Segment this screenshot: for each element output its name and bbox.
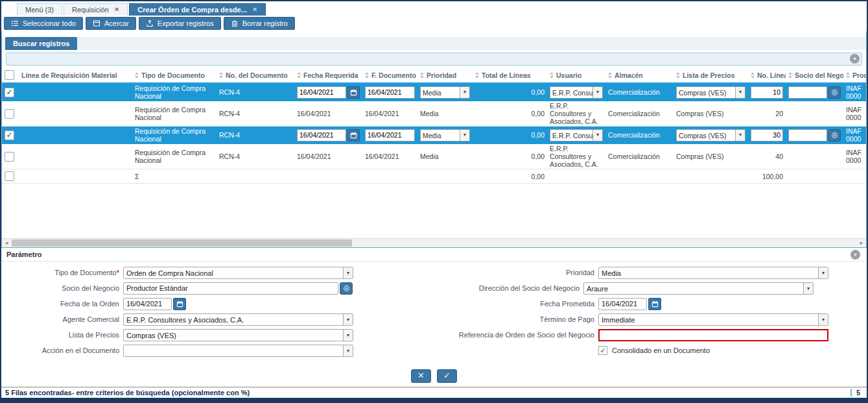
sort-icon[interactable]: [676, 72, 680, 79]
row-count: 5: [850, 389, 863, 397]
record-lookup-icon[interactable]: [828, 86, 841, 99]
field-label: Referencia de Orden de Socio del Negocio: [353, 331, 598, 339]
field-label: Socio del Negocio: [1, 284, 123, 292]
column-header[interactable]: Producto: [843, 67, 866, 83]
row-checkbox[interactable]: ✓: [5, 88, 14, 97]
table-row[interactable]: ✓ Requisición de Compra Nacional RCN-4 M…: [2, 127, 866, 144]
no-linea-input[interactable]: [751, 86, 783, 99]
zoom-button[interactable]: Acercar: [86, 17, 136, 30]
scroll-right-icon[interactable]: ▸: [857, 239, 866, 247]
panel-collapse-button[interactable]: ▾: [850, 250, 860, 260]
tab-buscar-registros[interactable]: Buscar registros: [5, 37, 77, 50]
table-row[interactable]: Requisición de Compra Nacional RCN-4 16/…: [2, 144, 866, 169]
agente-comercial-select[interactable]: E.R.P. Consultores y Asociados, C.A.▾: [123, 313, 353, 326]
row-checkbox[interactable]: ✓: [5, 130, 14, 140]
column-header[interactable]: No. del Documento: [217, 67, 294, 83]
cell-total-lineas: 0,00: [532, 153, 545, 160]
record-lookup-icon[interactable]: [340, 282, 353, 295]
usuario-select[interactable]: E.R.P. Consulto▾: [550, 86, 603, 99]
record-lookup-icon[interactable]: [828, 129, 841, 141]
termino-pago-select[interactable]: Immediate▾: [598, 313, 828, 326]
sort-icon[interactable]: [297, 72, 301, 79]
column-header[interactable]: No. Línea: [748, 67, 786, 83]
referencia-orden-input[interactable]: [598, 329, 828, 341]
tab-requisicion[interactable]: Requisición ✕: [64, 3, 128, 16]
prioridad-select[interactable]: Media▾: [598, 267, 828, 279]
usuario-select[interactable]: E.R.P. Consulto▾: [550, 129, 603, 141]
lista-precios-select[interactable]: Compras (VES)▾: [123, 329, 353, 341]
column-header[interactable]: F. Documento: [362, 67, 417, 83]
search-row: ▾: [2, 50, 866, 67]
calendar-icon[interactable]: [173, 298, 186, 310]
row-checkbox[interactable]: [5, 109, 14, 119]
cell-prioridad: Media: [420, 153, 439, 160]
table-row[interactable]: ✓ Requisición de Compra Nacional RCN-4 M…: [2, 83, 866, 101]
column-header[interactable]: Usuario: [547, 67, 605, 83]
fecha-requerida-input[interactable]: [297, 86, 346, 99]
sort-icon[interactable]: [846, 72, 850, 79]
scrollbar-thumb[interactable]: [12, 239, 352, 247]
column-header[interactable]: Lista de Precios: [674, 67, 748, 83]
scroll-left-icon[interactable]: ◂: [2, 239, 11, 247]
no-linea-input[interactable]: [751, 129, 783, 141]
f-documento-input[interactable]: [365, 129, 415, 141]
grid-empty-area: [2, 184, 866, 238]
fecha-requerida-input[interactable]: [297, 129, 346, 141]
lista-precios-select[interactable]: Compras (VES)▾: [676, 86, 745, 99]
close-icon[interactable]: ✕: [114, 6, 119, 13]
cell-f-documento: 16/04/2021: [365, 110, 399, 117]
column-header[interactable]: Almacén: [605, 67, 674, 83]
fecha-orden-input[interactable]: [123, 298, 172, 310]
sort-icon[interactable]: [365, 72, 369, 79]
sort-icon[interactable]: [420, 72, 424, 79]
column-header[interactable]: Línea de Requisición Material: [19, 67, 132, 83]
column-header[interactable]: Socio del Negocio: [786, 67, 843, 83]
chevron-down-icon: ▾: [460, 87, 469, 98]
socio-negocio-input[interactable]: [123, 282, 338, 295]
tab-crear-orden-compra[interactable]: Crear Órden de Compra desde... ✕: [129, 3, 266, 16]
socio-negocio-input[interactable]: [788, 129, 827, 141]
column-header[interactable]: Tipo de Documento: [132, 67, 217, 83]
column-header[interactable]: Fecha Requerida: [294, 67, 362, 83]
sort-icon[interactable]: [608, 72, 612, 79]
calendar-icon[interactable]: [347, 129, 360, 141]
horizontal-scrollbar[interactable]: ◂ ▸: [2, 238, 866, 247]
accion-documento-select[interactable]: ▾: [123, 345, 353, 357]
prioridad-select[interactable]: Media▾: [420, 129, 470, 141]
calendar-icon[interactable]: [347, 86, 360, 99]
cancel-button[interactable]: ✕: [411, 369, 431, 383]
tab-menu[interactable]: Menú (3): [17, 3, 62, 16]
cell-f-documento: 16/04/2021: [365, 153, 399, 160]
consolidado-checkbox[interactable]: ✓: [598, 346, 607, 355]
lista-precios-select[interactable]: Compras (VES)▾: [676, 129, 745, 141]
socio-negocio-input[interactable]: [788, 86, 827, 99]
sort-icon[interactable]: [788, 72, 792, 79]
export-records-button[interactable]: Exportar registros: [139, 17, 221, 30]
tipo-documento-select[interactable]: Orden de Compra Nacional▾: [123, 267, 353, 279]
close-icon[interactable]: ✕: [252, 6, 257, 13]
row-checkbox[interactable]: [5, 152, 14, 162]
sort-icon[interactable]: [751, 72, 755, 79]
sort-icon[interactable]: [550, 72, 554, 79]
direccion-socio-select[interactable]: Araure▾: [583, 282, 814, 295]
f-documento-input[interactable]: [365, 86, 415, 99]
sort-icon[interactable]: [219, 72, 223, 79]
cell-no-documento: RCN-4: [219, 153, 240, 160]
sort-icon[interactable]: [475, 72, 479, 79]
column-header[interactable]: Prioridad: [417, 67, 473, 83]
toolbar: Seleccionar todo Acercar Exportar regist…: [1, 16, 867, 31]
fecha-prometida-input[interactable]: [598, 298, 647, 310]
delete-record-button[interactable]: Borrar registro: [224, 17, 295, 30]
calendar-icon[interactable]: [648, 298, 661, 310]
sort-icon[interactable]: [135, 72, 139, 79]
window-icon: [93, 19, 100, 27]
row-checkbox[interactable]: [5, 171, 14, 181]
table-row[interactable]: Requisición de Compra Nacional RCN-4 16/…: [2, 101, 866, 127]
confirm-button[interactable]: ✓: [437, 369, 457, 383]
column-header[interactable]: Total de Líneas: [473, 67, 547, 83]
select-all-checkbox[interactable]: [5, 70, 14, 80]
search-collapse-button[interactable]: ▾: [850, 54, 860, 64]
select-all-button[interactable]: Seleccionar todo: [4, 17, 83, 30]
prioridad-select[interactable]: Media▾: [420, 86, 470, 99]
search-input[interactable]: [6, 53, 862, 66]
